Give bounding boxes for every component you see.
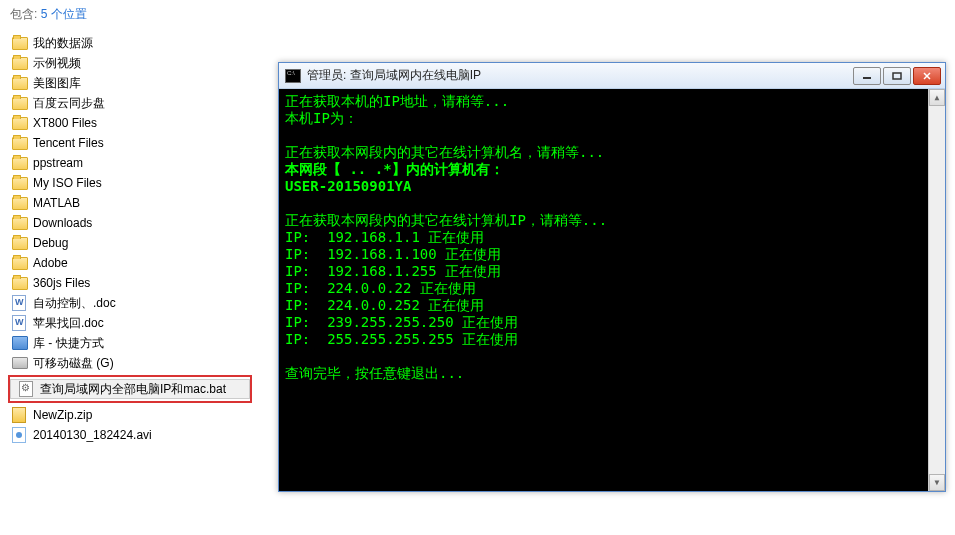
console-line — [285, 348, 939, 365]
file-name: 我的数据源 — [33, 35, 93, 52]
scroll-down-button[interactable]: ▼ — [929, 474, 945, 491]
file-item[interactable]: Debug — [4, 233, 256, 253]
zip-icon — [12, 407, 26, 423]
file-name: XT800 Files — [33, 116, 97, 130]
file-item[interactable]: 360js Files — [4, 273, 256, 293]
console-line: 正在获取本机的IP地址，请稍等... — [285, 93, 939, 110]
file-name: 苹果找回.doc — [33, 315, 104, 332]
folder-icon — [12, 257, 28, 270]
console-line: 正在获取本网段内的其它在线计算机名，请稍等... — [285, 144, 939, 161]
console-line: IP: 224.0.0.22 正在使用 — [285, 280, 939, 297]
folder-icon — [12, 117, 28, 130]
folder-icon — [12, 97, 28, 110]
location-header: 包含: 5 个位置 — [0, 0, 955, 27]
highlighted-file-box: 查询局域网内全部电脑IP和mac.bat — [8, 375, 252, 403]
folder-icon — [12, 157, 28, 170]
console-line: IP: 192.168.1.1 正在使用 — [285, 229, 939, 246]
file-name: Tencent Files — [33, 136, 104, 150]
scroll-up-button[interactable]: ▲ — [929, 89, 945, 106]
file-item[interactable]: 查询局域网内全部电脑IP和mac.bat — [10, 379, 250, 399]
file-name: Debug — [33, 236, 68, 250]
file-item[interactable]: 苹果找回.doc — [4, 313, 256, 333]
file-name: 示例视频 — [33, 55, 81, 72]
batch-file-icon — [19, 381, 33, 397]
document-icon — [12, 315, 26, 331]
svg-rect-1 — [893, 73, 901, 79]
console-scrollbar[interactable]: ▲ ▼ — [928, 89, 945, 491]
console-line: IP: 192.168.1.255 正在使用 — [285, 263, 939, 280]
console-line: 查询完毕，按任意键退出... — [285, 365, 939, 382]
folder-icon — [12, 237, 28, 250]
shortcut-icon — [12, 336, 28, 350]
folder-icon — [12, 197, 28, 210]
folder-icon — [12, 37, 28, 50]
console-line: IP: 224.0.0.252 正在使用 — [285, 297, 939, 314]
console-line: IP: 255.255.255.255 正在使用 — [285, 331, 939, 348]
file-item[interactable]: XT800 Files — [4, 113, 256, 133]
file-item[interactable]: 库 - 快捷方式 — [4, 333, 256, 353]
file-item[interactable]: 可移动磁盘 (G) — [4, 353, 256, 373]
file-item[interactable]: Tencent Files — [4, 133, 256, 153]
folder-icon — [12, 277, 28, 290]
file-item[interactable]: 美图图库 — [4, 73, 256, 93]
file-name: My ISO Files — [33, 176, 102, 190]
console-line: IP: 192.168.1.100 正在使用 — [285, 246, 939, 263]
location-count: 5 个位置 — [41, 7, 87, 21]
file-name: 百度云同步盘 — [33, 95, 105, 112]
file-name: 20140130_182424.avi — [33, 428, 152, 442]
console-line: 正在获取本网段内的其它在线计算机IP，请稍等... — [285, 212, 939, 229]
video-icon — [12, 427, 26, 443]
console-window: 管理员: 查询局域网内在线电脑IP 正在获取本机的IP地址，请稍等...本机IP… — [278, 62, 946, 492]
minimize-button[interactable] — [853, 67, 881, 85]
file-item[interactable]: My ISO Files — [4, 173, 256, 193]
file-name: 美图图库 — [33, 75, 81, 92]
file-name: Downloads — [33, 216, 92, 230]
console-line: 本网段【 .. .*】内的计算机有： — [285, 161, 939, 178]
console-body[interactable]: 正在获取本机的IP地址，请稍等...本机IP为： 正在获取本网段内的其它在线计算… — [279, 89, 945, 491]
console-line — [285, 127, 939, 144]
file-item[interactable]: 我的数据源 — [4, 33, 256, 53]
scroll-track[interactable] — [929, 106, 945, 474]
file-list: 我的数据源示例视频美图图库百度云同步盘XT800 FilesTencent Fi… — [0, 27, 260, 451]
folder-icon — [12, 57, 28, 70]
folder-icon — [12, 177, 28, 190]
file-name: 库 - 快捷方式 — [33, 335, 104, 352]
console-line: USER-20150901YA — [285, 178, 939, 195]
file-item[interactable]: ppstream — [4, 153, 256, 173]
file-name: 自动控制、.doc — [33, 295, 116, 312]
file-item[interactable]: Adobe — [4, 253, 256, 273]
file-item[interactable]: 20140130_182424.avi — [4, 425, 256, 445]
file-item[interactable]: 示例视频 — [4, 53, 256, 73]
file-name: 360js Files — [33, 276, 90, 290]
document-icon — [12, 295, 26, 311]
file-item[interactable]: 自动控制、.doc — [4, 293, 256, 313]
console-line: 本机IP为： — [285, 110, 939, 127]
console-line — [285, 195, 939, 212]
file-name: ppstream — [33, 156, 83, 170]
file-item[interactable]: Downloads — [4, 213, 256, 233]
folder-icon — [12, 137, 28, 150]
folder-icon — [12, 217, 28, 230]
console-line: IP: 239.255.255.250 正在使用 — [285, 314, 939, 331]
file-name: 可移动磁盘 (G) — [33, 355, 114, 372]
cmd-icon — [285, 69, 301, 83]
file-name: Adobe — [33, 256, 68, 270]
drive-icon — [12, 357, 28, 369]
console-titlebar[interactable]: 管理员: 查询局域网内在线电脑IP — [279, 63, 945, 89]
console-title: 管理员: 查询局域网内在线电脑IP — [307, 67, 853, 84]
maximize-button[interactable] — [883, 67, 911, 85]
folder-icon — [12, 77, 28, 90]
file-name: NewZip.zip — [33, 408, 92, 422]
location-label: 包含: — [10, 7, 41, 21]
file-name: 查询局域网内全部电脑IP和mac.bat — [40, 381, 226, 398]
file-name: MATLAB — [33, 196, 80, 210]
close-button[interactable] — [913, 67, 941, 85]
file-item[interactable]: 百度云同步盘 — [4, 93, 256, 113]
file-item[interactable]: NewZip.zip — [4, 405, 256, 425]
window-controls — [853, 67, 941, 85]
file-item[interactable]: MATLAB — [4, 193, 256, 213]
